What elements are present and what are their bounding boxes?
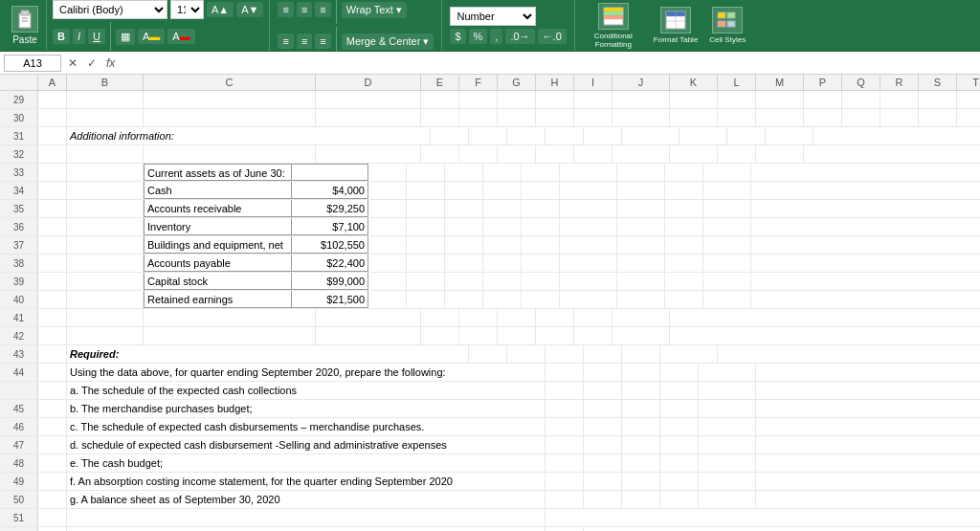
cell-f42[interactable]	[459, 327, 498, 344]
cell-h38[interactable]	[483, 254, 522, 272]
cell-b38[interactable]	[67, 254, 144, 272]
cell-b33[interactable]	[67, 164, 144, 181]
number-format-select[interactable]: Number	[450, 7, 536, 26]
cell-k29[interactable]	[670, 91, 718, 108]
cell-b43[interactable]: Required:	[67, 345, 469, 363]
increase-decimal-btn[interactable]: .0→	[505, 29, 534, 44]
cell-s30[interactable]	[919, 109, 957, 126]
cell-i42[interactable]	[574, 327, 612, 344]
percent-btn[interactable]: %	[469, 29, 488, 44]
increase-font-btn[interactable]: A▲	[207, 2, 234, 17]
cell-b34[interactable]	[67, 182, 144, 199]
cell-g29[interactable]	[498, 91, 536, 108]
cell-h39[interactable]	[483, 273, 522, 290]
cell-h44[interactable]	[622, 364, 660, 381]
cell-f39[interactable]	[407, 273, 445, 290]
col-header-p[interactable]: P	[804, 75, 842, 90]
cell-f52[interactable]	[546, 527, 584, 531]
cell-g38[interactable]	[445, 254, 483, 272]
cell-c34[interactable]: Cash	[144, 182, 292, 199]
cell-k34[interactable]	[617, 182, 665, 199]
cell-g41[interactable]	[498, 309, 536, 326]
cell-a52[interactable]	[38, 527, 67, 531]
cell-b50[interactable]: g. A balance sheet as of September 30, 2…	[67, 491, 546, 508]
cell-a29[interactable]	[38, 91, 67, 108]
cell-i32[interactable]	[574, 145, 612, 163]
cell-g42[interactable]	[498, 327, 536, 344]
cell-a31[interactable]	[38, 127, 67, 144]
cell-g32[interactable]	[498, 145, 536, 163]
cell-h42[interactable]	[536, 327, 574, 344]
cell-c36[interactable]: Inventory	[144, 218, 292, 235]
col-header-r[interactable]: R	[880, 75, 919, 90]
cell-a45[interactable]	[38, 400, 67, 417]
cell-h50[interactable]	[622, 491, 660, 508]
cell-h47[interactable]	[622, 436, 660, 454]
cell-f30[interactable]	[459, 109, 498, 126]
cell-f34[interactable]	[407, 182, 445, 199]
cell-e30[interactable]	[421, 109, 459, 126]
cell-g30[interactable]	[498, 109, 536, 126]
cell-e37[interactable]	[368, 236, 407, 254]
merge-center-btn[interactable]: Merge & Center ▾	[342, 33, 434, 50]
cell-c35[interactable]: Accounts receivable	[144, 200, 292, 217]
cell-g46[interactable]	[584, 418, 622, 435]
cell-h40[interactable]	[483, 291, 522, 308]
cell-g34[interactable]	[445, 182, 483, 199]
cell-m35[interactable]	[703, 200, 751, 217]
cell-m32[interactable]	[756, 145, 804, 163]
cell-i31[interactable]	[584, 127, 622, 144]
cell-a36[interactable]	[38, 218, 67, 235]
cell-j46[interactable]	[699, 418, 756, 435]
wrap-text-btn[interactable]: Wrap Text ▾	[342, 2, 407, 18]
cell-a37[interactable]	[38, 236, 67, 254]
cell-k33[interactable]	[617, 164, 665, 181]
cell-e42[interactable]	[421, 327, 459, 344]
cell-k31[interactable]	[679, 127, 727, 144]
underline-btn[interactable]: U	[88, 29, 105, 44]
cell-m36[interactable]	[703, 218, 751, 235]
cell-a50[interactable]	[38, 491, 67, 508]
cell-l29[interactable]	[718, 91, 756, 108]
cell-d35[interactable]: $29,250	[292, 200, 368, 217]
cell-d33[interactable]	[292, 164, 368, 181]
cell-l40[interactable]	[665, 291, 703, 308]
decrease-font-btn[interactable]: A▼	[236, 2, 263, 17]
cell-j43[interactable]	[660, 345, 718, 363]
cell-j32[interactable]	[612, 145, 670, 163]
cell-i49[interactable]	[660, 473, 699, 490]
cell-d36[interactable]: $7,100	[292, 218, 368, 235]
col-header-h[interactable]: H	[536, 75, 574, 90]
cell-b31[interactable]: Additional information:	[67, 127, 431, 144]
cell-j41[interactable]	[612, 309, 670, 326]
cell-e31[interactable]	[431, 127, 469, 144]
cell-d34[interactable]: $4,000	[292, 182, 368, 199]
cell-c38[interactable]: Accounts payable	[144, 254, 292, 272]
cell-f45[interactable]	[546, 400, 584, 417]
cell-i47[interactable]	[660, 436, 699, 454]
cell-d38[interactable]: $22,400	[292, 254, 368, 272]
insert-function-btn[interactable]: fx	[103, 56, 118, 70]
formula-input[interactable]	[122, 55, 976, 71]
cell-d37[interactable]: $102,550	[292, 236, 368, 254]
cell-e32[interactable]	[421, 145, 459, 163]
col-header-e[interactable]: E	[421, 75, 459, 90]
cell-b44[interactable]: Using the data above, for quarter ending…	[67, 364, 546, 381]
cell-i48[interactable]	[660, 454, 699, 472]
cell-g44a[interactable]	[584, 382, 622, 399]
paste-icon[interactable]	[11, 6, 38, 33]
cell-i34[interactable]	[522, 182, 560, 199]
cell-i43[interactable]	[622, 345, 660, 363]
cell-h49[interactable]	[622, 473, 660, 490]
cell-f46[interactable]	[546, 418, 584, 435]
cell-e29[interactable]	[421, 91, 459, 108]
cell-l38[interactable]	[665, 254, 703, 272]
cell-j39[interactable]	[560, 273, 617, 290]
cell-j48[interactable]	[699, 454, 756, 472]
cell-j49[interactable]	[699, 473, 756, 490]
cell-l34[interactable]	[665, 182, 703, 199]
cell-b41[interactable]	[67, 309, 144, 326]
col-header-j[interactable]: J	[612, 75, 670, 90]
cell-l35[interactable]	[665, 200, 703, 217]
cell-j36[interactable]	[560, 218, 617, 235]
